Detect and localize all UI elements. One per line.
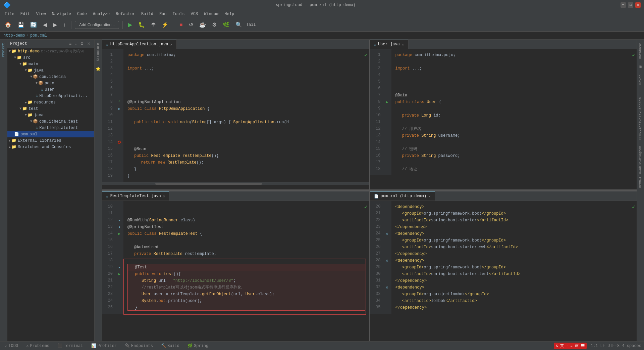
menu-window[interactable]: Window: [201, 11, 221, 17]
toolbar-nav-forward[interactable]: ▶: [51, 20, 59, 29]
maven-icon[interactable]: m: [638, 63, 643, 71]
tree-httpdemo[interactable]: ☕ HttpDemoApplicati...: [7, 93, 94, 99]
tree-external-libs[interactable]: ▶ 📁 External Libraries: [7, 137, 94, 144]
sidebar-flatten[interactable]: ≡: [68, 41, 72, 46]
sidebar-close[interactable]: ✕: [86, 41, 92, 46]
todo-icon: ☑: [5, 343, 7, 348]
menu-edit[interactable]: Edit: [18, 11, 33, 17]
maximize-button[interactable]: □: [628, 2, 633, 8]
tree-test[interactable]: ▼ 📁 test: [7, 105, 94, 112]
favorites-tool[interactable]: ⭐: [95, 66, 101, 72]
close-button[interactable]: ✕: [635, 2, 641, 8]
tree-user[interactable]: ☕ User: [7, 86, 94, 93]
code-editor-bottom-right[interactable]: 2021222324 2526272829 3031323334 35 ⚙ ⚙: [370, 201, 637, 341]
sidebar-settings[interactable]: ⚙: [79, 41, 85, 46]
status-info: 1:1 LF UTF-8 4 spaces: [591, 344, 641, 348]
tree-root[interactable]: ▼ 📁 http-demo C:\crazySA\学习代码\0: [7, 48, 94, 54]
dep-icon-2: ⚙: [386, 258, 388, 263]
toolbar-save[interactable]: 💾: [15, 20, 26, 29]
stop-button[interactable]: ■: [177, 21, 185, 29]
add-configuration-button[interactable]: Add Configuration...: [75, 21, 119, 29]
tab-user-close[interactable]: ✕: [402, 42, 404, 47]
status-endpoints[interactable]: 🔌 Endpoints: [123, 343, 155, 349]
tab-user-icon: ☕: [374, 42, 376, 47]
toolbar-nav-up[interactable]: ↑: [61, 21, 68, 29]
breadcrumb-project[interactable]: http-demo: [3, 33, 25, 38]
debug-button[interactable]: 🐛: [136, 20, 147, 29]
terminal-label: Terminal: [64, 344, 83, 348]
tree-java-main[interactable]: ▼ 📁 java: [7, 67, 94, 74]
sdk-button[interactable]: ☕: [197, 20, 208, 29]
tab-rest-close[interactable]: ✕: [163, 194, 165, 199]
structure-tool[interactable]: Structure: [96, 41, 101, 63]
tab-pom[interactable]: 📄 pom.xml (http-demo) ✕: [370, 191, 435, 201]
tab-rest-template[interactable]: ☕ RestTemplateTest.java ✕: [102, 191, 169, 201]
code-editor-top-left[interactable]: 12345 678910 1112131415 16171819 ✓ ▶: [102, 49, 369, 189]
tab-pom-close[interactable]: ✕: [428, 194, 431, 199]
scrollbar-top-left[interactable]: [102, 182, 369, 185]
settings-button[interactable]: ⚙: [210, 20, 219, 29]
vcs-button[interactable]: 🌿: [221, 20, 231, 29]
code-editor-bottom-left[interactable]: 1011121314 1516171819 2021222324 25 ● ● …: [102, 201, 369, 341]
toolbar-sync[interactable]: 🔄: [28, 20, 39, 29]
rerun-button[interactable]: ↺: [187, 20, 195, 29]
menu-build[interactable]: Build: [139, 11, 156, 17]
spring-label: Spring: [194, 344, 208, 348]
maven-tab[interactable]: Maven: [638, 73, 643, 87]
test-icon-1: ●: [118, 265, 120, 270]
tree-src[interactable]: ▼ 📁 src: [7, 54, 94, 61]
toolbar-sep3: [174, 21, 174, 29]
toolbar-sep1: [71, 21, 71, 29]
tree-com-itheima[interactable]: ▼ 📦 com.itheima: [7, 74, 94, 80]
tab-user[interactable]: ☕ User.java ✕: [370, 40, 409, 49]
tree-java-test[interactable]: ▼ 📁 java: [7, 112, 94, 118]
sogou-icon[interactable]: S 英 · ✏ 画 ☰: [554, 343, 587, 349]
tree-main[interactable]: ▼ 📁 main: [7, 61, 94, 67]
menu-vcs[interactable]: VCS: [188, 11, 201, 17]
profile-button[interactable]: ⚡: [160, 20, 170, 29]
tree-pom-xml[interactable]: 📄 pom.xml: [7, 131, 94, 137]
bpmn-active-tab[interactable]: BPMN-ActiveIt-Diagram: [638, 95, 643, 142]
tree-pojo[interactable]: ▼ 📦 pojo: [7, 80, 94, 86]
status-spring[interactable]: 🌿 Spring: [185, 343, 210, 349]
tree-com-itheima-test[interactable]: ▼ 📦 com.itheima.test: [7, 118, 94, 125]
code-lines-top-left: package com.itheima; import ...; @Spring…: [123, 49, 369, 182]
menu-file[interactable]: File: [2, 11, 17, 17]
run-button[interactable]: ▶: [126, 20, 134, 29]
menu-help[interactable]: Help: [222, 11, 237, 17]
status-left: ☑ TODO ⚠ Problems ⬛ Terminal 📊 Profiler …: [3, 343, 210, 349]
bpmn-flowable-tab[interactable]: BPMN-Flowable-Diagram: [638, 144, 643, 190]
gutter-top-right: ▶: [383, 49, 391, 175]
code-editor-top-right[interactable]: 12345 678910 1112131415 161718 ▶: [370, 49, 637, 189]
database-tab[interactable]: Database: [638, 41, 643, 61]
right-sidebar: Database m Maven BPMN-ActiveIt-Diagram B…: [637, 40, 644, 341]
status-build[interactable]: 🔨 Build: [159, 343, 181, 349]
toolbar-back[interactable]: 🏠: [3, 20, 13, 29]
status-terminal[interactable]: ⬛ Terminal: [55, 343, 85, 349]
search-everywhere[interactable]: 🔍: [233, 20, 244, 29]
menu-code[interactable]: Code: [74, 11, 90, 17]
gutter-top-left: ✓ ▶ 🫘: [115, 49, 123, 182]
tab-httpdemo-close[interactable]: ✕: [170, 42, 172, 47]
project-tab[interactable]: Project: [1, 40, 6, 60]
menu-run[interactable]: Run: [157, 11, 169, 17]
tree-resources[interactable]: ▶ 📁 resources: [7, 99, 94, 105]
toolbar-nav-back[interactable]: ◀: [41, 20, 49, 29]
sidebar-sort[interactable]: ↕: [74, 41, 78, 46]
minimize-button[interactable]: ─: [621, 2, 626, 8]
menu-analyze[interactable]: Analyze: [90, 11, 112, 17]
tree-scratches[interactable]: ▶ 📁 Scratches and Consoles: [7, 144, 94, 150]
status-profiler[interactable]: 📊 Profiler: [89, 343, 119, 349]
menu-navigate[interactable]: Navigate: [49, 11, 74, 17]
status-problems[interactable]: ⚠ Problems: [24, 343, 51, 349]
tab-httpdemo[interactable]: ☕ HttpDemoApplication.java ✕: [102, 40, 177, 49]
status-todo[interactable]: ☑ TODO: [3, 343, 20, 349]
coverage-button[interactable]: ☂: [149, 20, 158, 29]
tree-rest-template-test[interactable]: ☕ RestTemplateTest: [7, 125, 94, 131]
problems-icon: ⚠: [26, 343, 29, 348]
menu-refactor[interactable]: Refactor: [113, 11, 138, 17]
endpoints-icon: 🔌: [125, 343, 130, 348]
menu-tools[interactable]: Tools: [170, 11, 187, 17]
breadcrumb-file[interactable]: pom.xml: [30, 33, 47, 38]
menu-view[interactable]: View: [34, 11, 49, 17]
